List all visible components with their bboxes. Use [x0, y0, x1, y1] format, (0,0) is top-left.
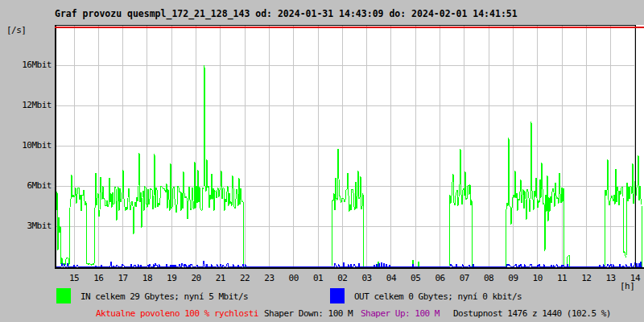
x-tick-label: 18: [135, 273, 159, 283]
x-tick-label: 22: [233, 273, 257, 283]
y-tick-label: 6Mbit: [0, 180, 52, 191]
x-tick-label: 03: [355, 273, 379, 283]
x-tick-label: 10: [526, 273, 550, 283]
shaper-down-text: Shaper Down: 100 M: [264, 308, 353, 319]
allowed-speed-text: Aktualne povoleno 100 % rychlosti: [96, 308, 258, 319]
availability-text: Dostupnost 1476 z 1440 (102.5 %): [453, 308, 611, 319]
x-tick-label: 15: [62, 273, 86, 283]
y-tick-label: 3Mbit: [0, 221, 52, 231]
x-tick-label: 21: [208, 273, 233, 283]
x-tick-label: 20: [184, 273, 208, 283]
x-tick-label: 12: [574, 273, 598, 283]
x-axis-unit: [h]: [620, 281, 634, 291]
legend-in-label: IN celkem 29 Gbytes; nyní 5 Mbit/s: [80, 291, 248, 302]
x-tick-label: 06: [428, 273, 452, 283]
y-tick-label: 16Mbit: [0, 60, 52, 70]
shaper-up-text: Shaper Up: 100 M: [361, 308, 440, 319]
x-tick-label: 04: [379, 273, 403, 283]
x-tick-label: 23: [257, 273, 281, 283]
x-tick-label: 00: [282, 273, 306, 283]
traffic-graph-page: Graf provozu quesmpl_172_21_128_143 od: …: [0, 0, 644, 322]
legend-out-swatch: [330, 288, 345, 303]
x-tick-label: 08: [477, 273, 501, 283]
x-tick-label: 19: [159, 273, 184, 283]
x-tick-label: 05: [403, 273, 427, 283]
x-tick-label: 17: [111, 273, 135, 283]
legend-in-swatch: [56, 288, 71, 303]
x-tick-label: 09: [501, 273, 525, 283]
x-tick-label: 02: [330, 273, 354, 283]
y-tick-label: 12Mbit: [0, 100, 52, 110]
x-tick-label: 01: [306, 273, 330, 283]
x-tick-label: 16: [86, 273, 110, 283]
x-tick-label: 07: [452, 273, 477, 283]
y-tick-label: 10Mbit: [0, 140, 52, 151]
legend-out-label: OUT celkem 0 Gbytes; nyní 0 kbit/s: [354, 291, 522, 302]
x-tick-label: 11: [550, 273, 574, 283]
